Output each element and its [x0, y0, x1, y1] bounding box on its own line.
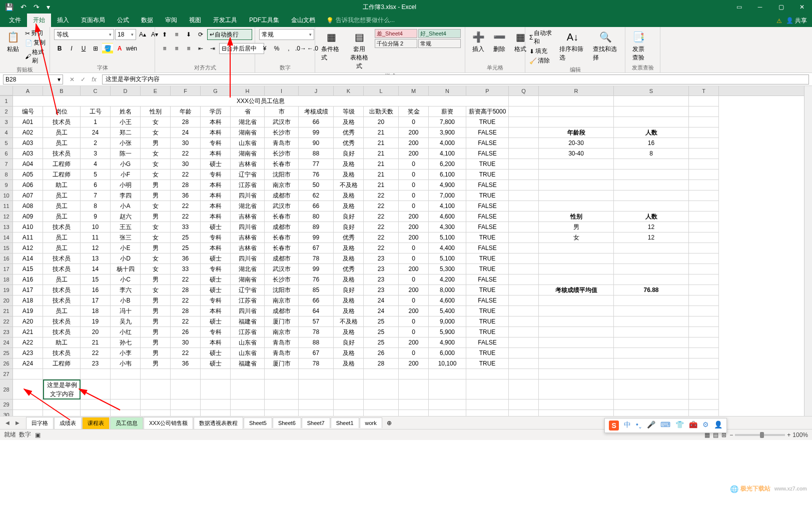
table-cell[interactable]: 技术员 — [43, 254, 81, 264]
cell[interactable] — [689, 296, 719, 306]
table-cell[interactable]: 男 — [141, 190, 171, 201]
table-cell[interactable]: 硕士 — [201, 285, 231, 296]
cell[interactable] — [689, 117, 719, 128]
cell[interactable] — [509, 274, 539, 285]
table-cell[interactable]: 小E — [111, 243, 141, 254]
table-cell[interactable]: TRUE — [466, 348, 509, 358]
side-cell[interactable]: 20-30 — [539, 138, 614, 148]
table-cell[interactable]: 本科 — [201, 117, 231, 128]
table-cell[interactable]: FALSE — [466, 222, 509, 232]
table-cell[interactable]: 16 — [81, 285, 111, 296]
table-cell[interactable]: 22 — [364, 232, 399, 243]
table-cell[interactable]: 0 — [399, 170, 429, 180]
table-cell[interactable]: 辽宁省 — [231, 170, 265, 180]
table-cell[interactable]: 66 — [299, 296, 334, 306]
side-cell[interactable] — [539, 201, 614, 212]
cell[interactable] — [299, 400, 334, 410]
table-cell[interactable]: 专科 — [201, 327, 231, 338]
style-bad[interactable]: 差_Sheet4 — [375, 29, 417, 38]
table-header[interactable]: 省 — [231, 106, 265, 117]
cell[interactable] — [81, 400, 111, 410]
table-cell[interactable]: FALSE — [466, 201, 509, 212]
cell[interactable] — [429, 400, 466, 410]
select-all-corner[interactable] — [0, 86, 13, 96]
table-cell[interactable]: 小G — [111, 159, 141, 170]
cell[interactable] — [43, 369, 81, 380]
table-cell[interactable]: 30 — [171, 159, 201, 170]
table-cell[interactable]: A17 — [13, 285, 43, 296]
side-cell[interactable] — [539, 348, 614, 358]
cell[interactable] — [689, 358, 719, 369]
clear-button[interactable]: 🧹 清除 — [529, 56, 554, 65]
side-cell[interactable] — [614, 306, 689, 316]
table-cell[interactable]: 23 — [364, 264, 399, 274]
side-cell[interactable] — [614, 243, 689, 254]
table-header[interactable]: 薪资 — [429, 106, 466, 117]
copy-button[interactable]: 📄 复制 — [25, 38, 46, 47]
table-cell[interactable]: 女 — [141, 159, 171, 170]
table-header[interactable]: 编号 — [13, 106, 43, 117]
table-cell[interactable]: 5,100 — [429, 232, 466, 243]
table-cell[interactable]: A21 — [13, 327, 43, 338]
autosum-button[interactable]: Σ 自动求和 — [529, 29, 554, 46]
table-cell[interactable]: 0 — [399, 201, 429, 212]
side-cell[interactable] — [539, 327, 614, 338]
table-cell[interactable]: 山东省 — [231, 338, 265, 348]
table-cell[interactable]: 及格 — [334, 358, 364, 369]
table-cell[interactable]: 小张 — [111, 138, 141, 148]
col-header-M[interactable]: M — [399, 86, 429, 96]
table-cell[interactable]: 山东省 — [231, 138, 265, 148]
sheet-tab-1[interactable]: 成绩表 — [54, 417, 82, 429]
cell[interactable] — [689, 348, 719, 358]
table-cell[interactable]: 62 — [299, 190, 334, 201]
cell[interactable] — [201, 369, 231, 380]
ime-lang-icon[interactable]: 中 — [624, 420, 631, 430]
phonetic-button[interactable]: wén — [126, 43, 137, 54]
row-header-28[interactable]: 28 — [0, 380, 13, 400]
cell[interactable] — [509, 180, 539, 190]
row-header-7[interactable]: 7 — [0, 159, 13, 170]
table-cell[interactable]: 吉林省 — [231, 232, 265, 243]
table-cell[interactable]: 21 — [364, 170, 399, 180]
table-cell[interactable]: 女 — [141, 148, 171, 159]
table-cell[interactable]: 5,400 — [429, 306, 466, 316]
table-cell[interactable]: 男 — [141, 348, 171, 358]
row-header-26[interactable]: 26 — [0, 358, 13, 369]
wrap-text-button[interactable]: ↵ 自动换行 — [207, 29, 252, 40]
table-header[interactable]: 姓名 — [111, 106, 141, 117]
cell[interactable] — [265, 369, 299, 380]
cell[interactable] — [429, 380, 466, 400]
table-cell[interactable]: 硕士 — [201, 316, 231, 327]
table-cell[interactable]: 湖北省 — [231, 201, 265, 212]
sheet-tab-9[interactable]: Sheet1 — [331, 418, 359, 428]
row-header-21[interactable]: 21 — [0, 306, 13, 316]
table-cell[interactable]: 67 — [299, 348, 334, 358]
table-cell[interactable]: 78 — [299, 358, 334, 369]
table-cell[interactable]: 24 — [364, 306, 399, 316]
table-cell[interactable]: 5,300 — [429, 264, 466, 274]
side-cell[interactable] — [614, 338, 689, 348]
cell[interactable] — [509, 369, 539, 380]
table-cell[interactable]: 22 — [364, 212, 399, 222]
table-cell[interactable]: 男 — [141, 327, 171, 338]
sheet-tab-0[interactable]: 田字格 — [26, 417, 54, 429]
cell[interactable] — [171, 369, 201, 380]
table-cell[interactable]: 优秀 — [334, 138, 364, 148]
table-header[interactable]: 工号 — [81, 106, 111, 117]
row-header-27[interactable]: 27 — [0, 369, 13, 380]
table-cell[interactable]: 2 — [81, 138, 111, 148]
table-cell[interactable]: 80 — [299, 212, 334, 222]
side-cell[interactable] — [539, 338, 614, 348]
cell[interactable] — [466, 380, 509, 400]
cell[interactable] — [201, 380, 231, 400]
table-cell[interactable]: 小C — [111, 274, 141, 285]
table-cell[interactable]: 4,400 — [429, 243, 466, 254]
cell[interactable] — [13, 380, 43, 400]
row-header-12[interactable]: 12 — [0, 212, 13, 222]
tab-home[interactable]: 开始 — [27, 14, 51, 27]
table-cell[interactable]: 4,100 — [429, 201, 466, 212]
table-cell[interactable]: 及格 — [334, 254, 364, 264]
table-cell[interactable]: 武汉市 — [265, 201, 299, 212]
qat-redo-icon[interactable]: ↷ — [34, 3, 40, 11]
side-cell[interactable] — [539, 254, 614, 264]
